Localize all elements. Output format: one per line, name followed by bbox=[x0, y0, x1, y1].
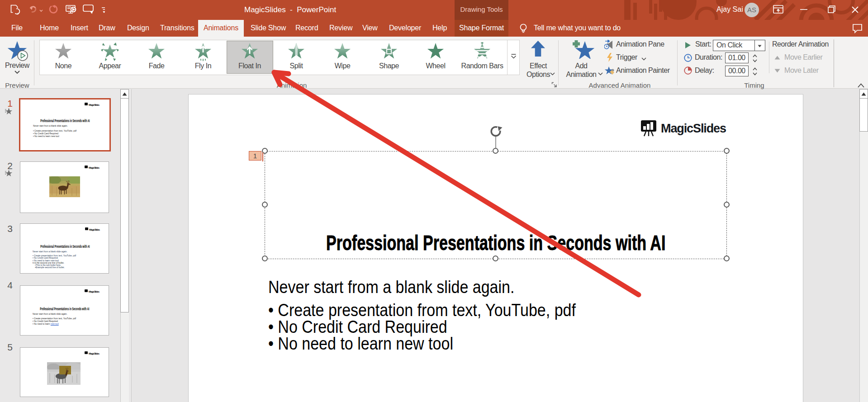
svg-text:MagicSlides: MagicSlides bbox=[89, 290, 100, 293]
svg-text:MagicSlides: MagicSlides bbox=[89, 166, 100, 169]
svg-text:MagicSlides: MagicSlides bbox=[89, 104, 100, 106]
svg-text:MagicSlides: MagicSlides bbox=[89, 228, 100, 231]
svg-text:MagicSlides: MagicSlides bbox=[89, 352, 100, 355]
